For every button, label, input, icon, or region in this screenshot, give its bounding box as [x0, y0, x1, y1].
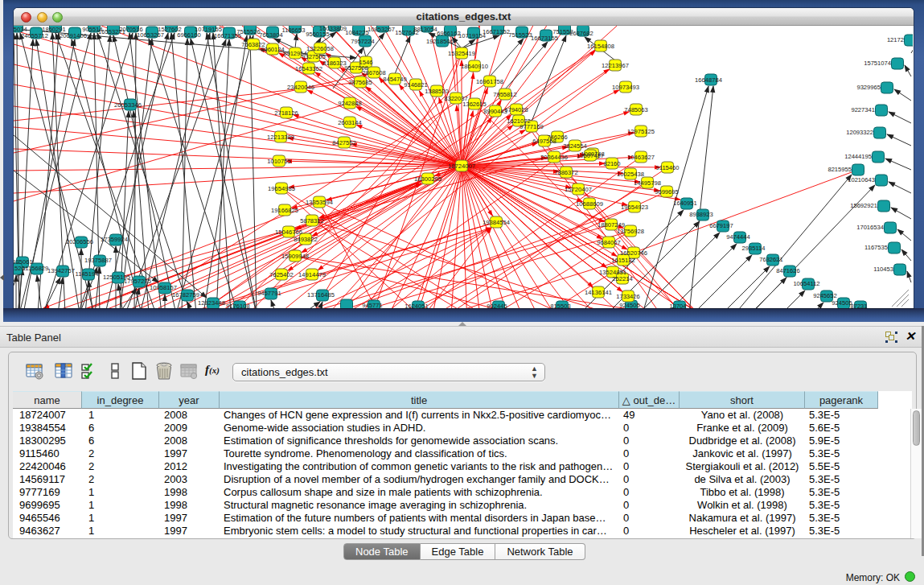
svg-text:20364436: 20364436 — [540, 154, 568, 161]
svg-text:7515526: 7515526 — [236, 28, 261, 35]
svg-text:15692921: 15692921 — [850, 202, 877, 209]
svg-text:7632621: 7632621 — [759, 256, 783, 263]
svg-text:15046766: 15046766 — [275, 229, 302, 236]
svg-text:17016534: 17016534 — [856, 224, 884, 231]
svg-text:7625402: 7625402 — [269, 271, 294, 278]
svg-text:10853267: 10853267 — [368, 26, 395, 33]
svg-text:815503: 815503 — [550, 303, 570, 309]
svg-text:17359924: 17359924 — [101, 236, 128, 243]
svg-text:1388520: 1388520 — [425, 88, 449, 95]
svg-text:13756928: 13756928 — [617, 228, 644, 235]
svg-text:10719154: 10719154 — [458, 32, 486, 39]
svg-text:2935114: 2935114 — [742, 245, 766, 252]
svg-text:13353594: 13353594 — [306, 199, 333, 206]
svg-text:924505: 924505 — [832, 299, 852, 307]
svg-text:7886372: 7886372 — [554, 169, 578, 176]
svg-text:82160: 82160 — [603, 160, 620, 167]
svg-text:20691406: 20691406 — [60, 32, 87, 39]
svg-text:15325419: 15325419 — [448, 50, 475, 57]
svg-text:11156829: 11156829 — [23, 265, 49, 272]
svg-text:13942757: 13942757 — [47, 267, 75, 274]
svg-text:16154808: 16154808 — [587, 43, 614, 50]
svg-text:1640951: 1640951 — [673, 200, 697, 207]
svg-text:19166825: 19166825 — [271, 207, 298, 214]
svg-text:12444195: 12444195 — [844, 153, 872, 160]
svg-text:16782759: 16782759 — [172, 291, 199, 299]
svg-text:12975125: 12975125 — [627, 128, 655, 135]
svg-text:746266: 746266 — [547, 134, 567, 141]
svg-text:15720407: 15720407 — [565, 186, 592, 193]
svg-text:6794028: 6794028 — [504, 106, 528, 113]
svg-text:24055712: 24055712 — [21, 32, 48, 39]
svg-text:87231: 87231 — [850, 303, 867, 309]
svg-text:1167535: 1167535 — [864, 244, 888, 251]
svg-text:945771: 945771 — [362, 302, 382, 309]
svg-text:8186323: 8186323 — [322, 60, 347, 67]
svg-text:18640910: 18640910 — [461, 63, 488, 70]
svg-text:7663804: 7663804 — [259, 31, 283, 39]
svg-text:10654112: 10654112 — [793, 280, 819, 287]
svg-text:9699695: 9699695 — [655, 188, 679, 196]
svg-text:9176108: 9176108 — [226, 303, 250, 309]
svg-text:8427552: 8427552 — [332, 139, 356, 146]
svg-text:7955812: 7955812 — [493, 91, 517, 98]
svg-text:19375887: 19375887 — [84, 257, 112, 264]
svg-text:1010755: 1010755 — [267, 158, 291, 165]
svg-text:110453: 110453 — [873, 266, 893, 273]
svg-text:8493822: 8493822 — [294, 236, 318, 243]
svg-text:8938923: 8938923 — [689, 211, 713, 218]
svg-text:10463627: 10463627 — [627, 154, 655, 161]
svg-text:9227341: 9227341 — [851, 106, 875, 113]
svg-text:10688609: 10688609 — [576, 200, 603, 208]
svg-text:10958157: 10958157 — [150, 284, 177, 291]
svg-text:18724007: 18724007 — [448, 163, 475, 170]
svg-text:10973493: 10973493 — [612, 84, 639, 91]
svg-text:8215955: 8215955 — [827, 166, 852, 173]
svg-text:12213967: 12213967 — [602, 62, 629, 69]
svg-text:1362615: 1362615 — [462, 101, 487, 108]
svg-text:19654923: 19654923 — [621, 204, 648, 211]
svg-text:10507487: 10507487 — [577, 152, 604, 159]
svg-text:14136141: 14136141 — [585, 289, 612, 296]
svg-text:3875685: 3875685 — [348, 79, 372, 86]
svg-text:16648784: 16648784 — [695, 76, 722, 84]
svg-text:9115460: 9115460 — [656, 164, 680, 171]
svg-text:14914479: 14914479 — [298, 271, 326, 278]
svg-text:10025438: 10025438 — [617, 171, 644, 178]
svg-text:16033809: 16033809 — [319, 26, 347, 32]
svg-text:1186653: 1186653 — [282, 27, 306, 34]
svg-text:19384554: 19384554 — [483, 219, 510, 226]
svg-text:16543362: 16543362 — [295, 65, 322, 72]
svg-text:8813054: 8813054 — [413, 26, 437, 33]
svg-text:3824554: 3824554 — [563, 142, 587, 150]
svg-text:26053346: 26053346 — [114, 101, 142, 109]
svg-text:252214: 252214 — [612, 275, 632, 282]
svg-text:17957275: 17957275 — [124, 278, 151, 285]
svg-text:13716485: 13716485 — [307, 291, 335, 299]
svg-text:19654985: 19654985 — [268, 185, 295, 192]
svg-text:9474444: 9474444 — [726, 233, 750, 241]
svg-text:7957224: 7957224 — [351, 38, 375, 45]
svg-text:20206556: 20206556 — [66, 238, 93, 245]
svg-text:8960124: 8960124 — [261, 46, 285, 53]
svg-text:12172: 12172 — [887, 36, 904, 43]
svg-text:5878312: 5878312 — [300, 217, 324, 225]
svg-text:9457791: 9457791 — [257, 290, 281, 297]
svg-text:9329965: 9329965 — [856, 84, 881, 91]
svg-text:6966162: 6966162 — [437, 30, 461, 37]
svg-text:19218506: 19218506 — [426, 38, 454, 45]
svg-text:9777169: 9777169 — [519, 123, 544, 130]
svg-text:16961758: 16961758 — [476, 78, 503, 85]
svg-text:1145194: 1145194 — [76, 270, 99, 278]
svg-text:12823448: 12823448 — [198, 299, 225, 307]
svg-text:8471626: 8471626 — [776, 267, 800, 274]
svg-text:16673155: 16673155 — [531, 35, 558, 42]
svg-text:902445: 902445 — [487, 303, 507, 309]
svg-text:13704: 13704 — [669, 303, 686, 309]
svg-text:2687682: 2687682 — [569, 30, 593, 37]
svg-text:12093322: 12093322 — [846, 129, 873, 136]
svg-text:15909948: 15909948 — [281, 253, 309, 260]
svg-text:10210643: 10210643 — [848, 176, 875, 183]
svg-text:1084225: 1084225 — [345, 29, 369, 36]
svg-text:1733426: 1733426 — [616, 293, 640, 300]
